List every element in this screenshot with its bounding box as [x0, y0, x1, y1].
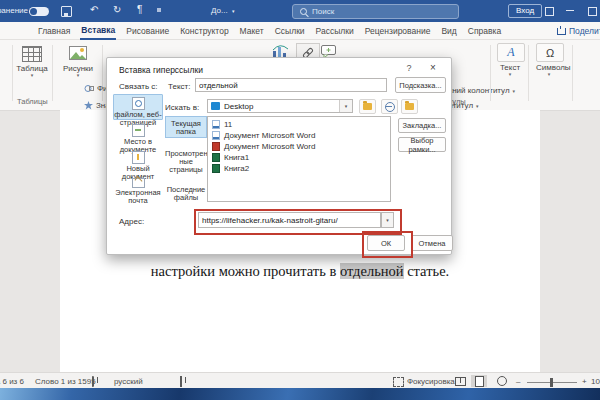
file-row[interactable]: Книга1 [208, 152, 390, 163]
ok-button[interactable]: ОК [367, 235, 405, 251]
web-layout-button[interactable] [494, 375, 510, 387]
tab-layout[interactable]: Макет [239, 23, 265, 39]
status-bar: Страница 6 из 6 Слово 1 из 1595 русский … [0, 372, 600, 389]
focus-icon [393, 377, 404, 387]
target-frame-button[interactable]: Выбор рамки... [398, 137, 446, 152]
folder-up-icon [363, 103, 372, 110]
redo-icon[interactable]: ↻ [113, 5, 121, 15]
new-document-icon [132, 151, 145, 164]
document-text[interactable]: настройки можно прочитать в отдельной ст… [60, 263, 540, 280]
tab-help[interactable]: Справка [467, 23, 502, 39]
symbols-group-button[interactable]: Ω [536, 43, 564, 62]
rail-browsed-pages[interactable]: Просмотрен-ные страницы [165, 150, 207, 174]
print-layout-button[interactable] [471, 375, 487, 387]
icons-icon [84, 101, 93, 110]
file-list[interactable]: 11 Документ Microsoft Word Документ Micr… [207, 116, 391, 202]
screentip-button[interactable]: Подсказка... [395, 77, 446, 93]
look-in-label: Искать в: [165, 103, 199, 112]
read-mode-icon [455, 377, 466, 386]
close-icon[interactable] [588, 7, 597, 16]
windows-taskbar[interactable] [0, 388, 600, 400]
autosave-label: Автосохранение [0, 6, 28, 15]
word-file-icon [212, 120, 220, 129]
browse-web-button[interactable] [381, 99, 398, 114]
excel-file-icon [212, 153, 220, 162]
address-label: Адрес: [119, 217, 144, 226]
rail-recent-files[interactable]: Последние файлы [165, 186, 207, 202]
autosave-toggle[interactable] [29, 7, 49, 16]
tab-design[interactable]: Конструктор [179, 23, 229, 39]
sidebar-item-existing-file[interactable]: файлом, веб-страницей [113, 94, 163, 120]
pilcrow-icon[interactable]: ¶ [137, 5, 142, 15]
file-row[interactable]: Документ Microsoft Word [208, 141, 390, 152]
search-input[interactable]: Поиск [292, 4, 459, 19]
restore-icon[interactable] [545, 7, 554, 16]
tab-mailings[interactable]: Рассылки [315, 23, 355, 39]
proofing-icon[interactable] [92, 376, 94, 387]
table-button[interactable]: Таблица ▾ [14, 46, 50, 77]
look-in-dropdown[interactable]: Desktop ▾ [207, 99, 353, 113]
file-row[interactable]: 11 [208, 119, 390, 130]
signin-button[interactable]: Вход [508, 4, 542, 18]
symbols-group-labelwrap[interactable]: Символы ▾ [536, 63, 562, 76]
pictures-button[interactable]: Рисунки ▾ [58, 46, 98, 77]
share-icon [557, 28, 566, 35]
file-row[interactable]: Книга2 [208, 163, 390, 174]
page-count[interactable]: Страница 6 из 6 [0, 377, 24, 386]
accessibility-icon[interactable] [180, 376, 182, 387]
dialog-title: Вставка гиперссылки [119, 65, 203, 75]
insert-hyperlink-dialog: Вставка гиперссылки ? × Связать с: Текст… [106, 57, 452, 255]
read-mode-button[interactable] [452, 375, 468, 387]
address-chevron-icon[interactable]: ▾ [381, 212, 394, 228]
excel-file-icon [212, 164, 220, 173]
file-row[interactable]: Документ Microsoft Word [208, 130, 390, 141]
tab-home[interactable]: Главная [37, 23, 71, 39]
cancel-button[interactable]: Отмена [411, 235, 453, 251]
word-file-icon [212, 131, 220, 140]
table-icon [22, 46, 42, 62]
title-bar: Автосохранение ↶ ↻ ¶ До... ▾ Поиск Вход [0, 0, 600, 22]
save-icon[interactable] [61, 6, 72, 17]
word-count[interactable]: Слово 1 из 1595 [35, 377, 96, 386]
focus-mode-button[interactable]: Фокусировка [407, 377, 455, 386]
share-label: Поделиться [569, 26, 600, 36]
dialog-close-icon[interactable]: × [425, 62, 441, 73]
globe-icon [385, 102, 395, 112]
zoom-level[interactable]: 100% [591, 377, 600, 386]
toggle-knob [30, 8, 37, 15]
look-in-chevron-icon[interactable]: ▾ [339, 100, 352, 112]
text-group-labelwrap[interactable]: Текст ▾ [497, 63, 523, 76]
zoom-in-icon[interactable]: + [582, 377, 587, 386]
zoom-out-icon[interactable]: – [516, 377, 520, 386]
up-one-folder-button[interactable] [359, 99, 376, 114]
existing-file-icon [132, 97, 145, 110]
search-placeholder: Поиск [312, 7, 334, 16]
link-with-label: Связать с: [119, 82, 158, 91]
zoom-slider-thumb[interactable] [550, 378, 553, 387]
undo-icon[interactable]: ↶ [90, 5, 98, 15]
rail-current-folder[interactable]: Текущая папка [165, 116, 207, 138]
display-text-input[interactable] [195, 78, 387, 92]
tab-view[interactable]: Вид [440, 23, 457, 39]
tab-references[interactable]: Ссылки [274, 23, 306, 39]
sidebar-item-email[interactable]: Электронная почта [113, 177, 163, 205]
document-title[interactable]: До... [211, 6, 228, 15]
address-input[interactable] [198, 212, 381, 228]
minimize-icon[interactable] [566, 10, 574, 11]
pictures-icon [69, 46, 87, 60]
word-window: Автосохранение ↶ ↻ ¶ До... ▾ Поиск Вход … [0, 0, 600, 400]
tab-insert[interactable]: Вставка [80, 22, 116, 40]
language-label[interactable]: русский [114, 377, 143, 386]
dialog-help-icon[interactable]: ? [402, 63, 416, 73]
word-macro-file-icon [212, 142, 220, 151]
print-layout-icon [475, 376, 484, 387]
share-button[interactable]: Поделиться [557, 26, 600, 36]
tab-review[interactable]: Рецензирование [364, 23, 432, 39]
text-group-button[interactable]: A [497, 43, 525, 62]
tab-draw[interactable]: Рисование [125, 23, 170, 39]
shapes-icon [84, 84, 94, 93]
quick-access-icon[interactable] [157, 8, 161, 12]
selected-word: отдельной [340, 263, 404, 279]
bookmark-button[interactable]: Закладка... [398, 118, 446, 133]
browse-file-button[interactable] [401, 99, 418, 114]
